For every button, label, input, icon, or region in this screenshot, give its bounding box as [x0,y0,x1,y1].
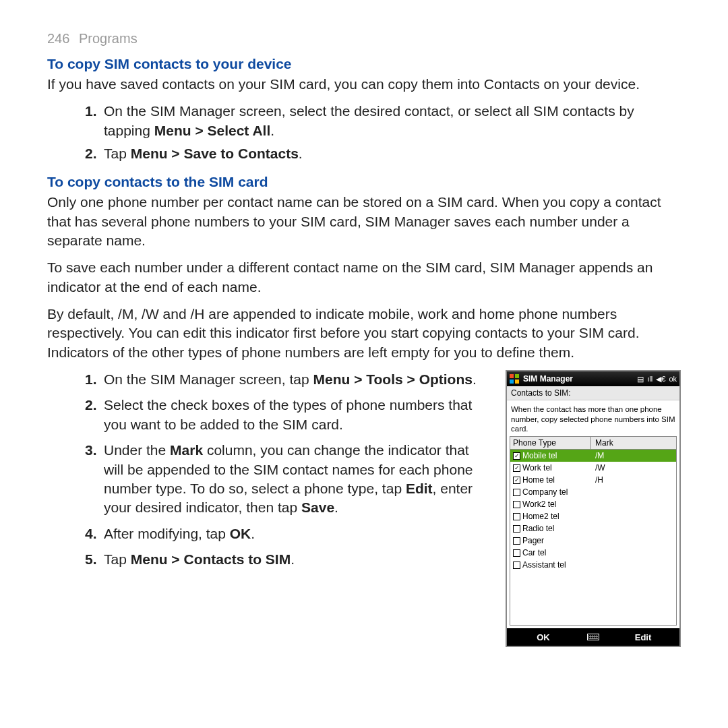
ok-button[interactable]: ok [669,375,677,383]
section-b-para-1: Only one phone number per contact name c… [47,193,681,250]
checkbox-icon[interactable] [513,525,520,533]
step-body: On the SIM Manager screen, tap Menu > To… [104,370,491,389]
list-item: 3.Under the Mark column, you can change … [85,441,491,517]
list-item: 4.After modifying, tap OK. [85,524,491,543]
mark-value [591,547,676,558]
phone-type-label: Home2 tel [522,512,559,521]
mark-value: /W [591,462,676,473]
list-item: 2. Tap Menu > Save to Contacts. [85,144,681,163]
mark-value [591,535,676,546]
col-phone-type: Phone Type [510,437,591,449]
table-row[interactable]: ✓Work tel/W [510,462,676,474]
keyboard-icon[interactable] [580,632,607,642]
section-a-intro: If you have saved contacts on your SIM c… [47,75,681,94]
step-number: 4. [85,524,104,543]
table-row[interactable]: Home2 tel [510,510,676,522]
checkbox-icon[interactable]: ✓ [513,452,520,460]
mark-value [591,511,676,522]
checkbox-icon[interactable] [513,513,520,520]
phone-type-label: Car tel [522,548,546,557]
phone-type-label: Radio tel [522,524,554,533]
titlebar-status-icons: ▤ ıll ◀€ ok [637,375,677,383]
phone-app-title: SIM Manager [523,374,633,384]
phone-type-label: Mobile tel [522,451,557,460]
windows-flag-icon [510,374,519,384]
section-a-steps: 1. On the SIM Manager screen, select the… [85,102,681,163]
checkbox-icon[interactable]: ✓ [513,477,520,484]
col-mark: Mark [591,437,676,449]
phone-type-table: Phone Type Mark ✓Mobile tel/M✓Work tel/W… [510,436,677,626]
table-row[interactable]: Assistant tel [510,559,676,571]
phone-type-label: Home tel [522,475,555,485]
table-row[interactable]: ✓Home tel/H [510,474,676,486]
mark-value: /H [591,475,676,485]
checkbox-icon[interactable] [513,489,520,496]
step-number: 3. [85,441,104,517]
list-item: 5.Tap Menu > Contacts to SIM. [85,550,491,569]
softkey-ok[interactable]: OK [507,632,580,642]
table-blank-area [510,571,676,625]
list-item: 1.On the SIM Manager screen, tap Menu > … [85,370,491,389]
phone-menubar: OK Edit [507,628,679,646]
checkbox-icon[interactable]: ✓ [513,464,520,472]
phone-type-label: Work tel [522,463,552,473]
table-header-row: Phone Type Mark [510,437,676,450]
phone-description: When the contact has more than one phone… [507,400,679,436]
step-body: Under the Mark column, you can change th… [104,441,491,517]
section-b-para-2: To save each number under a different co… [47,258,681,297]
volume-icon: ◀€ [656,375,665,383]
sim-manager-screenshot: SIM Manager ▤ ıll ◀€ ok Contacts to SIM:… [506,370,681,647]
table-row[interactable]: ✓Mobile tel/M [510,450,676,462]
mark-value [591,487,676,497]
section-title-copy-to-sim: To copy contacts to the SIM card [47,174,681,190]
mark-value [591,559,676,570]
sd-card-icon: ▤ [637,375,644,383]
step-body: Tap Menu > Contacts to SIM. [104,550,491,569]
section-b-steps: 1.On the SIM Manager screen, tap Menu > … [85,370,491,576]
step-number: 5. [85,550,104,569]
step-number: 1. [85,102,104,140]
step-number: 2. [85,144,104,163]
table-row[interactable]: Work2 tel [510,498,676,510]
signal-icon: ıll [647,375,653,383]
phone-titlebar: SIM Manager ▤ ıll ◀€ ok [507,371,679,386]
phone-type-label: Company tel [522,487,568,497]
step-number: 2. [85,396,104,434]
step-body: After modifying, tap OK. [104,524,491,543]
checkbox-icon[interactable] [513,549,520,557]
checkbox-icon[interactable] [513,501,520,508]
softkey-edit[interactable]: Edit [607,632,679,642]
step-number: 1. [85,370,104,389]
phone-type-label: Work2 tel [522,499,556,509]
page-header: 246 Programs [47,31,681,47]
table-row[interactable]: Company tel [510,486,676,498]
list-item: 2.Select the check boxes of the types of… [85,396,491,434]
checkbox-icon[interactable] [513,562,520,569]
table-row[interactable]: Pager [510,535,676,547]
step-body: Select the check boxes of the types of p… [104,396,491,434]
list-item: 1. On the SIM Manager screen, select the… [85,102,681,140]
phone-type-label: Pager [522,536,544,545]
mark-value: /M [591,450,676,461]
checkbox-icon[interactable] [513,537,520,545]
mark-value [591,523,676,534]
phone-subheader: Contacts to SIM: [507,386,679,400]
section-title-copy-to-device: To copy SIM contacts to your device [47,56,681,72]
phone-type-label: Assistant tel [522,560,566,570]
mark-value [591,499,676,510]
section-b-para-3: By default, /M, /W and /H are appended t… [47,305,681,362]
table-row[interactable]: Radio tel [510,522,676,535]
chapter-title: Programs [79,31,138,46]
table-row[interactable]: Car tel [510,547,676,559]
page-number: 246 [47,31,69,46]
step-body: On the SIM Manager screen, select the de… [104,102,681,140]
step-body: Tap Menu > Save to Contacts. [104,144,681,163]
